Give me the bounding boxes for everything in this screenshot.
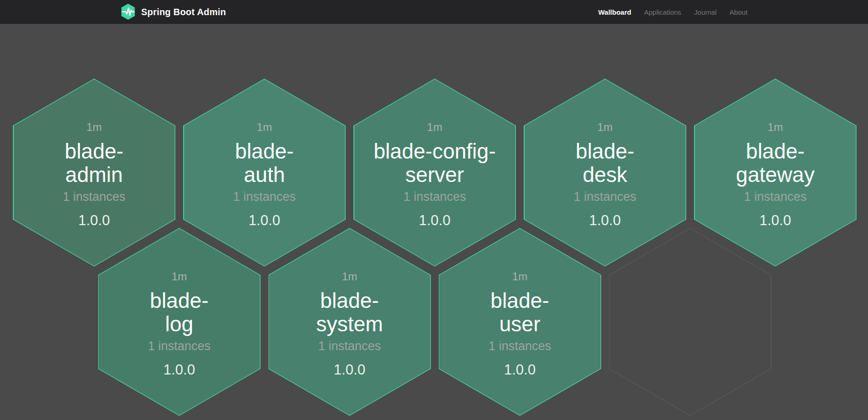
nav-item[interactable]: Applications [644,8,681,16]
app-name-line2: auth [244,163,285,187]
app-instances: 1 instances [574,189,637,204]
app-instances: 1 instances [744,189,807,204]
app-instances: 1 instances [318,338,381,354]
app-uptime: 1m [597,121,612,134]
app-uptime: 1m [512,270,527,283]
app-version: 1.0.0 [419,212,451,229]
app-hexagon[interactable]: 1m blade- user 1 instances 1.0.0 [439,228,601,416]
app-name: blade- admin [65,140,123,187]
app-name: blade- auth [235,140,294,187]
nav-item[interactable]: Journal [694,8,717,16]
hexagon-border [609,228,772,416]
app-version: 1.0.0 [334,362,365,378]
app-name-line1: blade- [746,139,805,163]
app-name-line1: blade- [65,139,123,163]
app-version: 1.0.0 [504,362,536,378]
app-hexagon[interactable]: 1m blade- system 1 instances 1.0.0 [269,228,431,416]
wallboard: 1m blade- admin 1 instances 1.0.0 1m bla… [0,24,868,420]
app-name-line2: desk [582,163,627,187]
hexagon-content: 1m blade- log 1 instances 1.0.0 [98,228,261,416]
app-name: blade- log [150,289,209,336]
hexagon-content: 1m blade- user 1 instances 1.0.0 [439,228,601,416]
brand-title: Spring Boot Admin [141,7,226,17]
app-name: blade- desk [576,140,634,187]
app-instances: 1 instances [233,189,296,204]
nav-item[interactable]: About [729,8,747,16]
navbar-container: Spring Boot Admin WallboardApplicationsJ… [121,0,748,24]
app-name: blade-config- server [374,140,496,187]
app-name-line1: blade- [491,289,549,312]
brand-link[interactable]: Spring Boot Admin [121,3,226,21]
app-name-line2: log [165,312,193,336]
app-name: blade- gateway [736,140,814,187]
app-uptime: 1m [342,270,357,283]
app-uptime: 1m [172,270,187,283]
app-name-line2: system [316,312,383,336]
nav-item[interactable]: Wallboard [598,8,631,16]
app-uptime: 1m [767,121,783,134]
app-instances: 1 instances [148,338,211,354]
spring-boot-admin-logo-icon [121,3,136,21]
app-version: 1.0.0 [163,362,195,378]
app-version: 1.0.0 [78,212,110,229]
app-name-line1: blade-config- [374,139,496,163]
app-instances: 1 instances [63,189,126,204]
app-name: blade- system [316,289,383,336]
app-name-line2: admin [65,163,123,187]
app-instances: 1 instances [488,338,551,354]
nav-links: WallboardApplicationsJournalAbout [598,8,747,16]
app-version: 1.0.0 [589,212,621,229]
app-uptime: 1m [257,121,272,134]
app-instances: 1 instances [403,189,466,204]
app-uptime: 1m [86,121,101,134]
hexagon-fill [610,229,771,415]
app-hexagon[interactable]: 1m blade- log 1 instances 1.0.0 [98,228,261,416]
empty-hexagon-slot [609,228,772,416]
app-name-line1: blade- [320,289,379,312]
app-name-line2: server [405,163,464,187]
app-uptime: 1m [427,121,442,134]
app-name-line1: blade- [576,139,634,163]
app-name-line1: blade- [235,139,294,163]
app-name: blade- user [491,289,549,336]
hexagon-content: 1m blade- system 1 instances 1.0.0 [269,228,431,416]
app-name-line2: user [499,312,540,336]
app-name-line1: blade- [150,289,209,312]
app-version: 1.0.0 [249,212,280,229]
app-name-line2: gateway [736,163,814,187]
app-version: 1.0.0 [760,212,791,229]
navbar: Spring Boot Admin WallboardApplicationsJ… [0,0,868,24]
